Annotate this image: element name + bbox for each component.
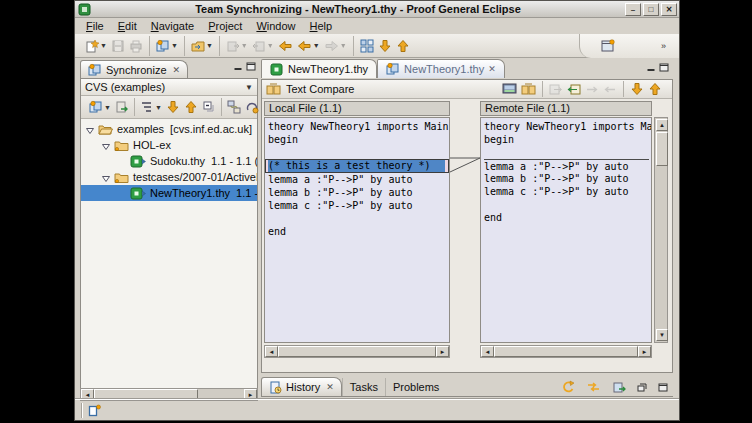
menu-file[interactable]: File: [79, 19, 111, 34]
scrollbar-thumb[interactable]: [656, 132, 668, 166]
refresh-button[interactable]: [559, 379, 577, 395]
maximize-view-icon[interactable]: [246, 62, 256, 71]
dropdown-arrow-icon[interactable]: ▼: [267, 42, 274, 49]
new-wizard-button[interactable]: ▼: [83, 38, 109, 54]
tree-item-hol-ex[interactable]: HOL-ex: [81, 137, 257, 153]
scroll-left-icon[interactable]: ◄: [265, 346, 278, 357]
collapse-all-button[interactable]: [200, 99, 218, 115]
link-refresh-button[interactable]: [584, 379, 603, 395]
scroll-left-icon[interactable]: ◄: [481, 346, 494, 357]
view-minmax-buttons: [233, 62, 256, 71]
tree-item-sudoku-thy[interactable]: Sudoku.thy1.1 - 1.1 (ASCII -: [81, 153, 257, 169]
scroll-right-icon[interactable]: ►: [436, 346, 449, 357]
synchronize-button[interactable]: ▼: [87, 99, 113, 115]
dropdown-arrow-icon[interactable]: ▼: [313, 42, 320, 49]
diff-connector: [450, 117, 480, 377]
collapse-all-icon: [202, 100, 216, 114]
scrollbar-thumb[interactable]: [278, 346, 436, 357]
schedule-button[interactable]: [243, 99, 261, 115]
tree-item-testcases-2007-01-activeeditorv[interactable]: testcases/2007-01/ActiveEditorV: [81, 169, 257, 185]
switch-orientation-icon: [502, 83, 517, 96]
remote-hscrollbar[interactable]: ◄ ►: [480, 345, 652, 358]
editor-tab-1[interactable]: NewTheory1.thy: [261, 59, 377, 78]
maximize-editor-icon[interactable]: [659, 63, 669, 72]
schedule-icon: [245, 100, 259, 114]
perspective-overflow-chevron[interactable]: »: [621, 41, 671, 51]
dropdown-arrow-icon[interactable]: ▼: [100, 42, 107, 49]
two-way-compare-button[interactable]: [519, 82, 538, 97]
chevron-down-icon[interactable]: ▼: [245, 83, 253, 92]
titlebar[interactable]: Team Synchronizing - NewTheory1.thy - Pr…: [75, 1, 679, 18]
code-line: begin: [484, 133, 651, 146]
tree-item-examples[interactable]: examples[cvs.inf.ed.ac.uk]: [81, 121, 257, 137]
tab-tasks[interactable]: Tasks: [342, 378, 385, 396]
tree-mode-button[interactable]: ▼: [138, 99, 164, 115]
scroll-down-icon[interactable]: ▼: [656, 329, 668, 341]
remote-vscrollbar[interactable]: ▲ ▼: [654, 117, 668, 343]
dropdown-arrow-icon[interactable]: ▼: [340, 42, 347, 49]
update-button: ▼: [250, 38, 276, 54]
maximize-button[interactable]: □: [643, 3, 659, 16]
back-button[interactable]: ▼: [295, 38, 322, 54]
scroll-right-icon[interactable]: ►: [638, 346, 651, 357]
close-icon[interactable]: ✕: [173, 65, 181, 75]
close-icon[interactable]: ✕: [326, 382, 334, 392]
dropdown-arrow-icon[interactable]: ▼: [104, 104, 111, 111]
local-hscrollbar[interactable]: ◄ ►: [264, 345, 450, 358]
next-difference-button[interactable]: [628, 81, 646, 97]
history-icon: [269, 381, 282, 394]
back-button[interactable]: [276, 38, 295, 54]
code-line: lemma a :"P-->P" by auto: [268, 173, 449, 186]
arrow-up-button[interactable]: [182, 99, 200, 115]
arrow-down-button[interactable]: [164, 99, 182, 115]
dropdown-arrow-icon[interactable]: ▼: [171, 42, 178, 49]
diff-connector-gutter: [450, 117, 480, 343]
local-file-pane[interactable]: theory NewTheory1 imports Mainbegin (* t…: [264, 117, 450, 343]
window-title: Team Synchronizing - NewTheory1.thy - Pr…: [91, 3, 625, 15]
previous-difference-button[interactable]: [646, 81, 664, 97]
scroll-up-icon[interactable]: ▲: [656, 119, 668, 131]
remote-file-pane[interactable]: theory NewTheory1 imports Mainbegin lemm…: [480, 117, 652, 343]
dropdown-arrow-icon[interactable]: ▼: [241, 42, 248, 49]
checkin-button[interactable]: [113, 99, 131, 115]
team-synchronizing-perspective-button[interactable]: »: [593, 34, 679, 58]
editor-tab-2[interactable]: NewTheory1.thy✕: [377, 59, 505, 78]
menu-help[interactable]: Help: [303, 19, 340, 34]
minimize-view-icon[interactable]: [233, 62, 243, 71]
prover-status-icon[interactable]: [88, 404, 101, 417]
close-icon[interactable]: ✕: [488, 64, 496, 74]
minimize-editor-icon[interactable]: [646, 63, 656, 72]
link-editor-button[interactable]: [225, 99, 243, 115]
tree-item-newtheory1-thy[interactable]: NewTheory1.thy1.1 - 1.1 (A: [81, 185, 257, 201]
close-button[interactable]: ✕: [661, 3, 677, 16]
tab-synchronize[interactable]: Synchronize ✕: [80, 60, 188, 79]
menu-navigate[interactable]: Navigate: [144, 19, 201, 34]
arrow-up-button[interactable]: [394, 38, 412, 54]
arrow-down-button[interactable]: [376, 38, 394, 54]
switch-orientation-button[interactable]: [500, 82, 519, 97]
minimize-button[interactable]: –: [625, 3, 641, 16]
collapse-grid-button[interactable]: [358, 38, 376, 54]
copy-all-right-to-left-button[interactable]: [565, 82, 583, 97]
editor-minmax-buttons: [646, 63, 669, 72]
update-icon: [252, 39, 266, 53]
menu-edit[interactable]: Edit: [111, 19, 144, 34]
sync-scope-bar[interactable]: CVS (examples) ▼: [81, 79, 257, 96]
tab-history[interactable]: History✕: [261, 377, 342, 396]
dropdown-arrow-icon[interactable]: ▼: [155, 104, 162, 111]
tree-item-detail: [cvs.inf.ed.ac.uk]: [170, 123, 252, 135]
view-restore-button[interactable]: [635, 382, 649, 393]
dropdown-arrow-icon[interactable]: ▼: [206, 42, 213, 49]
toolbar-group: ▼: [135, 98, 222, 116]
tree-expander-icon[interactable]: [86, 125, 94, 133]
scrollbar-thumb[interactable]: [494, 346, 638, 357]
view-maximize-button[interactable]: [656, 382, 670, 393]
checkout-button[interactable]: ▼: [189, 38, 215, 54]
tab-problems[interactable]: Problems: [385, 378, 446, 396]
synchronize-button[interactable]: ▼: [154, 38, 180, 54]
menu-window[interactable]: Window: [249, 19, 302, 34]
tree-expander-icon[interactable]: [102, 173, 110, 181]
menu-project[interactable]: Project: [201, 19, 249, 34]
pin-button[interactable]: [610, 380, 628, 395]
tree-expander-icon[interactable]: [102, 141, 110, 149]
